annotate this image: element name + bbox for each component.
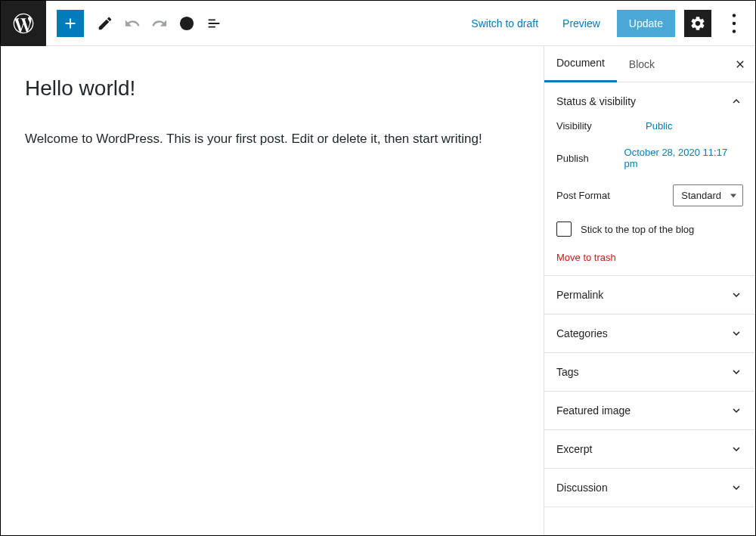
editor-canvas[interactable]: Hello world! Welcome to WordPress. This …	[1, 46, 544, 535]
panel-title: Discussion	[556, 482, 608, 494]
chevron-down-icon	[730, 365, 743, 379]
publish-value[interactable]: October 28, 2020 11:17 pm	[624, 147, 743, 169]
outline-button[interactable]	[200, 10, 228, 37]
settings-button[interactable]	[684, 10, 711, 37]
panel-permalink[interactable]: Permalink	[544, 276, 755, 314]
update-button[interactable]: Update	[617, 10, 675, 37]
panel-title: Tags	[556, 366, 579, 378]
chevron-down-icon	[730, 404, 743, 417]
post-format-label: Post Format	[556, 190, 624, 201]
panel-status-header[interactable]: Status & visibility	[544, 82, 755, 120]
panel-title: Categories	[556, 327, 608, 339]
settings-sidebar: Document Block Status & visibility Visib…	[544, 46, 755, 535]
post-content[interactable]: Welcome to WordPress. This is your first…	[25, 129, 519, 149]
more-options-button[interactable]	[720, 10, 748, 37]
chevron-down-icon	[730, 442, 743, 456]
undo-button[interactable]	[119, 10, 146, 37]
panel-categories[interactable]: Categories	[544, 314, 755, 352]
svg-point-4	[733, 21, 736, 25]
switch-to-draft-button[interactable]: Switch to draft	[463, 11, 546, 36]
sticky-label: Stick to the top of the blog	[581, 224, 694, 235]
wordpress-logo[interactable]	[1, 1, 46, 46]
move-to-trash-button[interactable]: Move to trash	[556, 252, 743, 263]
svg-point-2	[186, 19, 187, 20]
redo-button[interactable]	[146, 10, 173, 37]
panel-title: Permalink	[556, 289, 603, 301]
info-button[interactable]	[173, 10, 200, 37]
panel-featured-image[interactable]: Featured image	[544, 392, 755, 429]
post-format-select[interactable]: Standard	[673, 184, 743, 206]
svg-point-5	[733, 29, 736, 33]
tab-block[interactable]: Block	[617, 46, 667, 82]
chevron-down-icon	[730, 327, 743, 340]
sticky-checkbox[interactable]	[556, 222, 572, 237]
panel-status-visibility: Status & visibility Visibility Public Pu…	[544, 82, 755, 276]
panel-title: Status & visibility	[556, 95, 636, 107]
close-sidebar-button[interactable]	[725, 58, 755, 70]
chevron-down-icon	[730, 288, 743, 302]
panel-title: Excerpt	[556, 443, 592, 455]
panel-excerpt[interactable]: Excerpt	[544, 430, 755, 468]
panel-discussion[interactable]: Discussion	[544, 469, 755, 507]
edit-icon[interactable]	[91, 10, 119, 37]
panel-title: Featured image	[556, 404, 631, 417]
post-title[interactable]: Hello world!	[25, 76, 519, 101]
svg-point-3	[733, 14, 736, 17]
visibility-value[interactable]: Public	[646, 120, 672, 132]
chevron-up-icon	[730, 94, 743, 108]
add-block-button[interactable]	[57, 10, 84, 37]
panel-tags[interactable]: Tags	[544, 353, 755, 391]
chevron-down-icon	[730, 481, 743, 494]
publish-label: Publish	[556, 153, 624, 164]
preview-button[interactable]: Preview	[555, 11, 608, 36]
tab-document[interactable]: Document	[544, 46, 617, 82]
visibility-label: Visibility	[556, 120, 624, 132]
